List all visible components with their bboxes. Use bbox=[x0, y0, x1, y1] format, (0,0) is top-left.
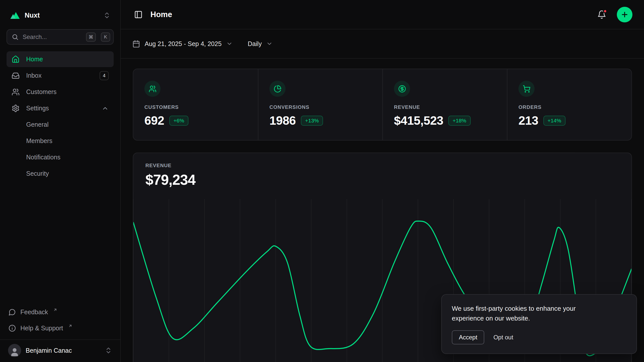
stat-value: $415,523 bbox=[394, 114, 443, 127]
period-select[interactable]: Daily bbox=[248, 40, 273, 48]
sidebar-item-label: Members bbox=[26, 137, 52, 145]
stat-label: ORDERS bbox=[518, 104, 620, 110]
sidebar-item-label: Home bbox=[26, 56, 43, 63]
sidebar-item-label: Security bbox=[26, 170, 49, 177]
accept-cookies-button[interactable]: Accept bbox=[452, 330, 484, 344]
inbox-count-badge: 4 bbox=[100, 71, 109, 80]
sidebar-footer: Feedback Help & Support bbox=[7, 305, 114, 339]
info-circle-icon bbox=[9, 325, 16, 332]
stat-value: 1986 bbox=[269, 114, 296, 127]
nuxt-logo-icon bbox=[10, 10, 20, 21]
stat-delta-badge: +14% bbox=[543, 116, 566, 126]
date-range-label: Aug 21, 2025 - Sep 4, 2025 bbox=[145, 40, 222, 48]
user-name: Benjamin Canac bbox=[26, 347, 72, 354]
sidebar-item-label: Settings bbox=[26, 105, 49, 112]
home-icon bbox=[12, 55, 20, 63]
page-title: Home bbox=[150, 10, 172, 19]
person-icon bbox=[10, 347, 20, 357]
panel-left-icon bbox=[134, 10, 143, 19]
chevron-down-icon bbox=[226, 40, 233, 47]
help-support-label: Help & Support bbox=[20, 325, 63, 332]
stat-orders[interactable]: ORDERS 213 +14% bbox=[507, 69, 631, 140]
stat-label: CONVERSIONS bbox=[269, 104, 371, 110]
optout-cookies-button[interactable]: Opt out bbox=[493, 334, 513, 341]
cookie-actions: Accept Opt out bbox=[452, 330, 626, 344]
sidebar-item-security[interactable]: Security bbox=[7, 166, 114, 182]
date-range-picker[interactable]: Aug 21, 2025 - Sep 4, 2025 bbox=[132, 40, 233, 48]
cookie-message: We use first-party cookies to enhance yo… bbox=[452, 304, 603, 323]
stat-customers[interactable]: CUSTOMERS 692 +6% bbox=[133, 69, 258, 140]
sidebar-item-label: Inbox bbox=[26, 72, 42, 79]
user-menu[interactable]: Benjamin Canac bbox=[0, 339, 120, 362]
stat-value: 692 bbox=[144, 114, 164, 127]
sidebar-item-inbox[interactable]: Inbox 4 bbox=[7, 68, 114, 83]
sidebar-item-home[interactable]: Home bbox=[7, 51, 114, 67]
revenue-chart-value: $79,234 bbox=[145, 171, 619, 188]
chevron-up-icon bbox=[102, 105, 109, 112]
stat-label: CUSTOMERS bbox=[144, 104, 247, 110]
feedback-label: Feedback bbox=[20, 308, 48, 316]
sidebar-item-label: General bbox=[26, 121, 49, 128]
dollar-circle-icon bbox=[394, 81, 410, 97]
search-placeholder: Search... bbox=[23, 33, 81, 40]
stat-conversions[interactable]: CONVERSIONS 1986 +13% bbox=[258, 69, 382, 140]
revenue-chart-label: REVENUE bbox=[145, 163, 619, 168]
stat-revenue[interactable]: REVENUE $415,523 +18% bbox=[382, 69, 507, 140]
avatar bbox=[8, 344, 21, 357]
plus-icon bbox=[621, 11, 629, 19]
stat-delta-badge: +13% bbox=[301, 116, 323, 126]
toolbar: Aug 21, 2025 - Sep 4, 2025 Daily bbox=[121, 29, 644, 59]
stat-delta-badge: +18% bbox=[448, 116, 470, 126]
sidebar-item-label: Notifications bbox=[26, 154, 60, 161]
inbox-icon bbox=[12, 72, 20, 80]
sidebar-item-members[interactable]: Members bbox=[7, 133, 114, 149]
shopping-cart-icon bbox=[518, 81, 535, 97]
sidebar: Nuxt Search... ⌘ K Home bbox=[0, 0, 121, 362]
app-root: Nuxt Search... ⌘ K Home bbox=[0, 0, 644, 362]
period-label: Daily bbox=[248, 40, 262, 48]
search-input[interactable]: Search... ⌘ K bbox=[7, 29, 114, 45]
stat-label: REVENUE bbox=[394, 104, 496, 110]
help-support-link[interactable]: Help & Support bbox=[9, 321, 112, 335]
sidebar-item-label: Customers bbox=[26, 88, 57, 96]
sidebar-item-customers[interactable]: Customers bbox=[7, 84, 114, 100]
search-icon bbox=[12, 33, 19, 40]
chevrons-up-down-icon bbox=[103, 12, 111, 19]
message-bubble-icon bbox=[9, 308, 16, 316]
sidebar-item-notifications[interactable]: Notifications bbox=[7, 149, 114, 165]
kbd-k: K bbox=[101, 32, 110, 42]
stats-card: CUSTOMERS 692 +6% CONVERSIONS 1986 bbox=[133, 69, 632, 141]
sidebar-toggle-button[interactable] bbox=[132, 9, 144, 21]
users-icon bbox=[144, 81, 160, 97]
workspace-name: Nuxt bbox=[25, 12, 40, 19]
kbd-cmd: ⌘ bbox=[86, 32, 96, 42]
chevrons-up-down-icon bbox=[105, 347, 112, 354]
chevron-down-icon bbox=[266, 40, 273, 47]
calendar-icon bbox=[132, 40, 140, 48]
gear-icon bbox=[12, 104, 20, 112]
header-actions bbox=[596, 7, 632, 22]
cookie-consent-toast: We use first-party cookies to enhance yo… bbox=[441, 294, 637, 354]
stat-value: 213 bbox=[518, 114, 538, 127]
revenue-chart-header: REVENUE $79,234 bbox=[133, 153, 631, 188]
feedback-link[interactable]: Feedback bbox=[9, 305, 112, 319]
sidebar-nav: Home Inbox 4 Customers bbox=[7, 51, 114, 182]
pie-chart-icon bbox=[269, 81, 286, 97]
sidebar-item-general[interactable]: General bbox=[7, 117, 114, 132]
external-link-icon bbox=[53, 308, 57, 312]
external-link-icon bbox=[68, 324, 72, 328]
sidebar-item-settings[interactable]: Settings bbox=[7, 100, 114, 116]
notification-dot bbox=[603, 9, 607, 13]
stat-delta-badge: +6% bbox=[169, 116, 189, 126]
users-icon bbox=[12, 88, 20, 96]
workspace-selector[interactable]: Nuxt bbox=[7, 0, 114, 26]
top-header: Home bbox=[121, 0, 644, 29]
add-button[interactable] bbox=[617, 7, 632, 22]
notifications-button[interactable] bbox=[596, 9, 608, 21]
